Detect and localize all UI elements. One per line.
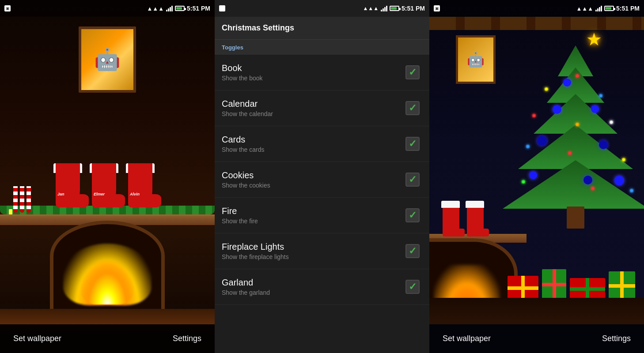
stocking-body-1: Jan: [56, 163, 80, 207]
setting-fireplace-lights-text: Fireplace Lights Show the fireplace ligh…: [222, 242, 403, 260]
ornament-dark-blue-1: [537, 136, 547, 146]
setting-cards-name: Cards: [222, 135, 403, 145]
setting-fire-desc: Show the fire: [222, 218, 403, 225]
right-picture-frame: 🤖: [456, 35, 496, 84]
rs2-foot: [478, 229, 489, 237]
setting-garland-checkbox[interactable]: ✓: [405, 280, 420, 294]
floor: [0, 309, 215, 324]
ornament-blue-2: [553, 105, 561, 114]
setting-cards-checkbox-container: ✓: [403, 134, 422, 154]
setting-calendar-name: Calendar: [222, 99, 403, 109]
wifi-icon: ▲▲▲: [147, 5, 164, 12]
right-time: 5:51 PM: [616, 5, 640, 12]
setting-cookies-name: Cookies: [222, 170, 403, 180]
gifts-area: [429, 260, 644, 300]
toggles-label: Toggles: [222, 44, 243, 51]
right-notif-icon: ▣: [434, 5, 440, 11]
left-status-icons: ▲▲▲ 5:51 PM: [147, 5, 210, 12]
ornament-dark-blue-2: [599, 140, 608, 149]
setting-cookies-checkbox[interactable]: ✓: [405, 173, 420, 187]
fire-inner: [81, 260, 134, 304]
center-battery-icon: [390, 6, 399, 11]
left-scene: ▣ ▲▲▲ 5:51 PM 🤖: [0, 0, 215, 353]
right-battery-icon: [604, 6, 614, 11]
setting-cards-checkmark: ✓: [409, 139, 417, 149]
setting-calendar-text: Calendar Show the calendar: [222, 99, 403, 117]
stocking-foot-2: [107, 194, 125, 207]
setting-book-checkbox-container: ✓: [403, 63, 422, 82]
setting-calendar-checkbox[interactable]: ✓: [405, 101, 420, 115]
stocking-name-1: Jan: [57, 192, 64, 196]
setting-cards-checkbox[interactable]: ✓: [405, 137, 420, 151]
setting-book-checkbox[interactable]: ✓: [405, 65, 420, 79]
gift-green-ribbon-v: [553, 269, 556, 300]
center-time: 5:51 PM: [402, 5, 425, 12]
ornament-blue-5: [614, 176, 624, 185]
right-settings-button[interactable]: Settings: [602, 334, 631, 343]
left-time: 5:51 PM: [187, 5, 210, 12]
center-status-bar: ▲ ▲▲▲ 5:51 PM: [215, 0, 429, 17]
right-bottom-bar: Set wallpaper Settings: [429, 324, 644, 353]
gift-green-2: [609, 271, 635, 300]
setting-book-text: Book Show the book: [222, 63, 403, 82]
candy-1: [13, 186, 18, 213]
setting-calendar-checkbox-container: ✓: [403, 98, 422, 118]
left-bottom-bar: Set wallpaper Settings: [0, 324, 215, 353]
setting-cookies-text: Cookies Show the cookies: [222, 170, 403, 189]
setting-garland-text: Garland Show the garland: [222, 278, 403, 296]
setting-cards[interactable]: Cards Show the cards ✓: [215, 126, 429, 162]
rs2-cuff: [466, 201, 484, 208]
center-status-icons: ▲▲▲ 5:51 PM: [363, 5, 425, 12]
settings-header: Christmas Settings: [215, 17, 429, 40]
tree-light-green-1: [522, 180, 525, 184]
tree-light-blue-2: [526, 145, 530, 148]
tree-light-yellow-1: [545, 87, 548, 91]
tree-light-orange-1: [576, 123, 579, 126]
right-status-bar: ▣ ▲▲▲ 5:51 PM: [429, 0, 644, 17]
setting-garland-checkbox-container: ✓: [403, 277, 422, 297]
tree-light-red-4: [591, 187, 595, 190]
tree-light-blue-3: [630, 189, 633, 192]
tree-light-yellow-2: [622, 158, 625, 161]
setting-fire[interactable]: Fire Show the fire ✓: [215, 198, 429, 233]
setting-book-name: Book: [222, 63, 403, 73]
gift-green2-ribbon-v: [620, 271, 624, 300]
right-floor: [429, 298, 644, 324]
setting-calendar-desc: Show the calendar: [222, 110, 403, 117]
setting-cookies-desc: Show the cookies: [222, 182, 403, 189]
setting-cards-desc: Show the cards: [222, 146, 403, 153]
setting-fireplace-lights-checkbox[interactable]: ✓: [405, 244, 420, 258]
right-status-icons: ▲▲▲ 5:51 PM: [576, 5, 640, 12]
setting-garland[interactable]: Garland Show the garland ✓: [215, 269, 429, 305]
stocking-2: Elmer: [92, 163, 123, 221]
right-stockings: [443, 201, 487, 236]
setting-fireplace-lights-checkmark: ✓: [409, 246, 417, 256]
christmas-tree: ★: [498, 17, 644, 265]
setting-calendar[interactable]: Calendar Show the calendar ✓: [215, 90, 429, 126]
panel-left: ▣ ▲▲▲ 5:51 PM 🤖: [0, 0, 215, 353]
setting-fireplace-lights-checkbox-container: ✓: [403, 241, 422, 261]
tree-light-red-3: [568, 151, 572, 155]
stockings-container: Jan Elmer Alvin: [56, 163, 159, 221]
stocking-body-2: Elmer: [92, 163, 116, 207]
setting-cookies-checkbox-container: ✓: [403, 170, 422, 189]
setting-garland-name: Garland: [222, 278, 403, 288]
setting-fireplace-lights-name: Fireplace Lights: [222, 242, 403, 252]
right-signal-icon: [595, 5, 602, 11]
light-yellow3: [9, 209, 12, 214]
stocking-3: Alvin: [128, 163, 159, 221]
picture-frame: 🤖: [79, 26, 136, 93]
left-settings-button[interactable]: Settings: [173, 334, 201, 343]
right-frame-content: 🤖: [458, 38, 493, 82]
gift-red-2: [570, 278, 605, 300]
setting-book[interactable]: Book Show the book ✓: [215, 55, 429, 90]
right-set-wallpaper-button[interactable]: Set wallpaper: [443, 334, 491, 343]
left-set-wallpaper-button[interactable]: Set wallpaper: [13, 334, 61, 343]
setting-cookies[interactable]: Cookies Show the cookies ✓: [215, 162, 429, 198]
center-wifi-icon: ▲▲▲: [363, 5, 379, 11]
rs2-body: [467, 208, 484, 237]
setting-fire-checkbox[interactable]: ✓: [405, 208, 420, 222]
center-signal-icon: [381, 5, 387, 11]
rs1-cuff: [441, 201, 460, 208]
setting-fireplace-lights[interactable]: Fireplace Lights Show the fireplace ligh…: [215, 233, 429, 269]
